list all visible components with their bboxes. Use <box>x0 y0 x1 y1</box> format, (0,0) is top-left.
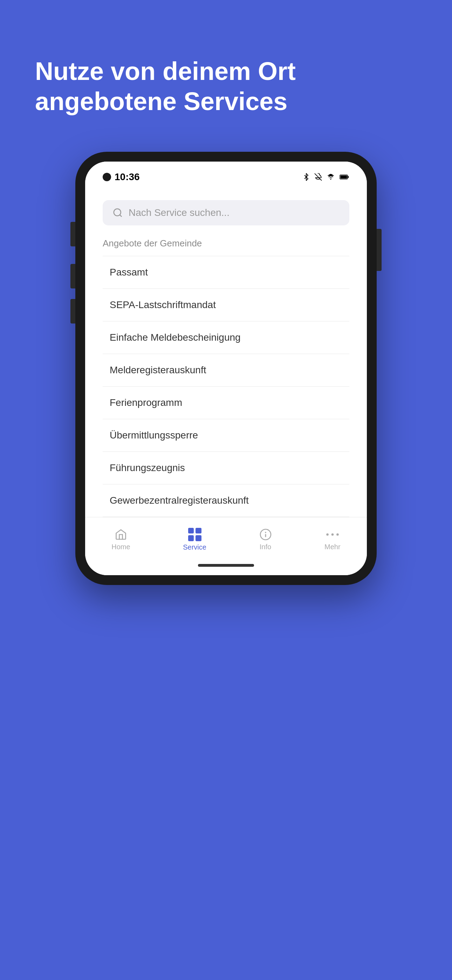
search-placeholder: Nach Service suchen... <box>129 207 229 218</box>
volume-button-2 <box>70 299 75 323</box>
battery-icon <box>339 173 349 181</box>
volume-button-1 <box>70 264 75 288</box>
service-list: Passamt SEPA-Lastschriftmandat Einfache … <box>103 256 349 517</box>
list-item[interactable]: Einfache Meldebescheinigung <box>103 321 349 354</box>
search-icon <box>113 207 123 218</box>
hero-section: Nutze von deinem Ort angebotene Services <box>0 0 452 145</box>
list-item[interactable]: Passamt <box>103 256 349 289</box>
hero-title: Nutze von deinem Ort angebotene Services <box>35 56 417 117</box>
app-content: Nach Service suchen... Angebote der Geme… <box>85 186 367 517</box>
status-icons <box>302 173 349 181</box>
svg-point-1 <box>330 179 331 180</box>
phone-container: 10:36 <box>75 152 377 585</box>
svg-rect-3 <box>348 176 349 178</box>
svg-point-5 <box>114 209 121 216</box>
svg-rect-4 <box>341 175 347 178</box>
nav-label-service: Service <box>183 543 206 551</box>
home-bar <box>198 564 254 567</box>
status-time: 10:36 <box>103 172 140 183</box>
nav-label-home: Home <box>111 543 130 551</box>
nav-item-mehr[interactable]: Mehr <box>317 525 348 555</box>
phone-screen: 10:36 <box>85 162 367 575</box>
nav-label-mehr: Mehr <box>325 543 341 551</box>
list-item[interactable]: Führungszeugnis <box>103 452 349 484</box>
list-item[interactable]: Melderegisterauskunft <box>103 354 349 387</box>
list-item[interactable]: Ferienprogramm <box>103 387 349 419</box>
bottom-nav: Home Service <box>85 517 367 558</box>
list-item[interactable]: Übermittlungssperre <box>103 419 349 452</box>
status-bar: 10:36 <box>85 162 367 186</box>
bell-off-icon <box>314 173 322 181</box>
nav-item-service[interactable]: Service <box>176 524 213 555</box>
svg-point-12 <box>336 533 339 536</box>
camera-dot <box>103 173 111 181</box>
phone-frame: 10:36 <box>75 152 377 585</box>
svg-point-10 <box>326 533 329 536</box>
bluetooth-icon <box>302 173 310 181</box>
section-title: Angebote der Gemeinde <box>103 238 349 249</box>
search-bar[interactable]: Nach Service suchen... <box>103 200 349 225</box>
nav-item-home[interactable]: Home <box>104 525 137 555</box>
wifi-icon <box>326 173 335 181</box>
svg-point-11 <box>331 533 334 536</box>
svg-line-6 <box>120 215 122 216</box>
grid-icon <box>188 528 202 541</box>
nav-item-info[interactable]: Info <box>252 525 279 555</box>
list-item[interactable]: SEPA-Lastschriftmandat <box>103 289 349 321</box>
more-icon <box>326 528 339 541</box>
nav-label-info: Info <box>259 543 271 551</box>
info-icon <box>259 528 272 541</box>
list-item[interactable]: Gewerbezentralregisterauskunft <box>103 484 349 517</box>
home-indicator <box>85 558 367 575</box>
home-icon <box>115 528 127 541</box>
